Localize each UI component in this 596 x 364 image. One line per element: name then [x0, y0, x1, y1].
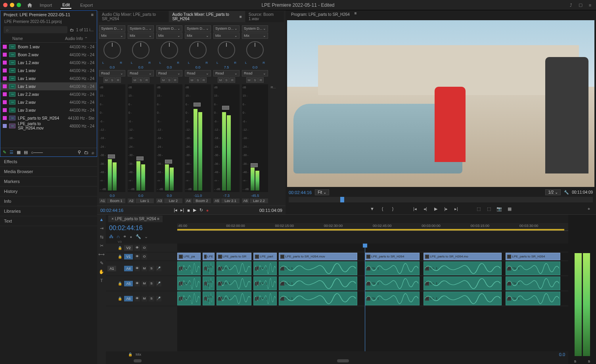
send-dropdown[interactable]: Mix ⌄ — [156, 32, 182, 39]
fx-icon[interactable]: fx — [507, 255, 511, 259]
mixer-tab[interactable]: Audio Track Mixer: LPE_parts to SR_H264 … — [169, 11, 245, 22]
new-item-icon[interactable]: ✎ — [3, 150, 6, 155]
clip[interactable]: fxLPE_pa — [177, 253, 201, 260]
file-row[interactable]: 〰 Boon 2.wav 44100 Hz - 24 — [0, 51, 97, 59]
panel-info[interactable]: Info — [0, 196, 97, 206]
mute-button[interactable]: M — [246, 77, 252, 83]
clip[interactable]: fxCh. 1 — [506, 261, 560, 275]
solo-button[interactable]: S — [167, 77, 172, 83]
mute-button[interactable]: M — [189, 77, 195, 83]
clip[interactable]: fxCh. 1 — [217, 261, 252, 275]
send-dropdown[interactable]: Mix ⌄ — [185, 32, 211, 39]
mute-button[interactable]: M — [161, 77, 166, 83]
lift-icon[interactable]: ⬚ — [475, 206, 482, 212]
pan-knob[interactable] — [218, 41, 235, 59]
file-row[interactable]: 〰 Lav 2.2.wav 44100 Hz - 24 — [0, 90, 97, 98]
toggle-output[interactable]: 👁 — [134, 281, 140, 286]
magnet-icon[interactable]: ∩ — [117, 234, 120, 239]
pan-knob[interactable] — [246, 41, 264, 59]
file-row[interactable]: 〰 Lav 1.2.wav 44100 Hz - 24 — [0, 59, 97, 67]
fx-icon[interactable]: fx — [255, 255, 259, 259]
toggle-output[interactable]: 👁 — [134, 245, 140, 251]
fx-dropdown[interactable]: System D... ⌄ — [185, 25, 211, 32]
clip[interactable]: fxCh. 1 — [177, 292, 201, 305]
solo-button[interactable]: S — [252, 77, 258, 83]
panel-markers[interactable]: Markers — [0, 177, 97, 187]
maximize-window[interactable] — [17, 3, 21, 7]
extract-icon[interactable]: ⬚ — [486, 206, 492, 212]
fader[interactable] — [165, 160, 172, 164]
fx-dropdown[interactable]: System D... ⌄ — [242, 25, 268, 32]
clip[interactable]: fxLPE_parts to SR_H264.mo — [424, 253, 502, 260]
zoom-fit-dropdown[interactable]: Fit ⌄ — [315, 189, 329, 195]
solo-button[interactable]: S — [149, 281, 154, 286]
pan-knob[interactable] — [103, 41, 121, 59]
fader[interactable] — [108, 154, 115, 158]
solo-button[interactable]: S — [109, 77, 115, 83]
channel-num[interactable]: A1 — [99, 198, 106, 203]
resolution-dropdown[interactable]: 1/2 ⌄ — [545, 189, 561, 195]
clip[interactable]: fxCh. 1 — [177, 261, 201, 275]
mark-in-icon[interactable]: { — [379, 206, 386, 212]
solo-button[interactable]: S — [195, 77, 201, 83]
mute-button[interactable]: M — [142, 266, 147, 271]
clip[interactable]: fxCh. 1 — [279, 261, 357, 275]
automation-dropdown[interactable]: Read ⌄ — [213, 70, 240, 76]
mute-button[interactable]: M — [103, 77, 109, 83]
track-target[interactable]: A4 — [124, 266, 133, 271]
clip[interactable]: fxCh. 1 — [506, 276, 560, 290]
solo-button[interactable]: S — [149, 266, 154, 271]
settings-icon[interactable]: 🔧 — [564, 190, 569, 194]
pan-knob[interactable] — [161, 41, 178, 59]
clip[interactable]: fxCh. 1 — [279, 292, 357, 305]
play-icon[interactable]: ▶ — [193, 208, 196, 213]
solo-right[interactable]: S — [588, 360, 590, 363]
export-frame-icon[interactable]: 📷 — [496, 206, 502, 212]
channel-num[interactable]: A5 — [213, 198, 220, 203]
loop-icon[interactable]: ↻ — [199, 208, 203, 213]
hand-tool[interactable]: ✋ — [98, 269, 105, 275]
record-button[interactable]: R — [115, 77, 121, 83]
toggle-output[interactable]: 👁 — [134, 296, 140, 301]
channel-name[interactable]: Boom 1 — [107, 198, 125, 203]
automation-dropdown[interactable]: Read ⌄ — [185, 70, 211, 76]
clip[interactable]: fxCh. 1 — [365, 261, 420, 275]
add-button-icon[interactable]: + — [586, 206, 592, 212]
record-button[interactable]: R — [258, 77, 264, 83]
channel-num[interactable]: A6 — [242, 198, 249, 203]
mute-button[interactable]: M — [142, 281, 147, 286]
record-button[interactable]: R — [230, 77, 235, 83]
clip[interactable]: fxLPE_parts to SR_H264.mov — [279, 253, 357, 260]
solo-button[interactable]: S — [138, 77, 144, 83]
tab-import[interactable]: Import — [38, 2, 54, 8]
pan-knob[interactable] — [189, 41, 207, 59]
clip[interactable]: fxLPE_part — [253, 253, 277, 260]
tab-edit[interactable]: Edit — [61, 2, 71, 9]
panel-media-browser[interactable]: Media Browser — [0, 167, 97, 177]
toggle-output[interactable]: 👁 — [134, 266, 140, 271]
playhead[interactable] — [365, 244, 365, 351]
go-to-out-icon[interactable]: ▸| — [453, 206, 460, 212]
clip[interactable]: fxCh. 1 — [424, 261, 502, 275]
mute-button[interactable]: M — [132, 77, 138, 83]
solo-left[interactable]: S — [574, 360, 576, 363]
channel-name[interactable]: Lav 2.2 — [250, 198, 268, 203]
automation-dropdown[interactable]: Read ⌄ — [99, 70, 125, 76]
channel-name[interactable]: Lav 2 — [164, 198, 182, 203]
chevron-up-icon[interactable]: ⌃ — [84, 36, 88, 41]
file-row[interactable]: 〰 Lav 1.wav 44100 Hz - 24 — [0, 67, 97, 74]
go-to-in-icon[interactable]: |◂ — [412, 206, 418, 212]
track[interactable]: fxCh. 1fxCh. 1fxCh. 1fxCh. 1fxCh. 1fxCh.… — [177, 276, 568, 291]
clip[interactable]: fxCh. 1 — [424, 292, 502, 305]
new-bin-icon[interactable]: 🗀 — [84, 150, 88, 155]
lock-icon[interactable]: 🔒 — [118, 255, 123, 259]
file-row[interactable]: 〰 Lav 3.wav 44100 Hz - 24 — [0, 106, 97, 114]
send-dropdown[interactable]: Mix ⌄ — [99, 32, 125, 39]
fx-icon[interactable]: fx — [204, 255, 206, 259]
selection-tool[interactable]: ▲ — [98, 216, 105, 223]
quick-export-icon[interactable]: ⤴ — [568, 2, 574, 8]
panel-effects[interactable]: Effects — [0, 157, 97, 167]
panel-menu-icon[interactable]: ≡ — [91, 12, 94, 17]
track-header-A5[interactable]: 🔒 A5 👁 MS🎤 — [106, 276, 177, 291]
channel-name[interactable]: Boom 2 — [193, 198, 211, 203]
